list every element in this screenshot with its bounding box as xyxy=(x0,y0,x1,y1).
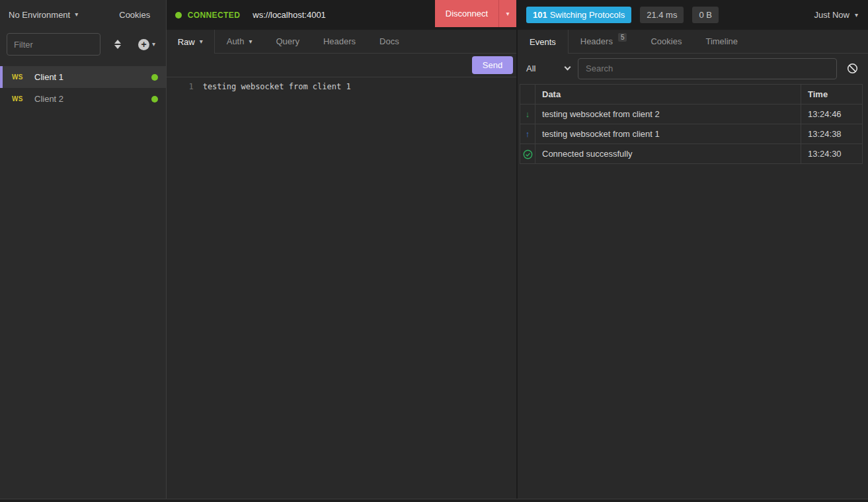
arrow-up-icon: ↑ xyxy=(526,129,530,139)
filter-input[interactable] xyxy=(7,33,100,56)
chevron-down-icon: ▾ xyxy=(200,38,203,45)
event-data: Connected successfully xyxy=(535,144,801,164)
sort-up-icon xyxy=(114,40,121,44)
editor-content[interactable]: testing websocket from client 1 xyxy=(203,81,351,499)
request-list: WS Client 1 WS Client 2 xyxy=(0,66,166,110)
plus-icon: + xyxy=(138,39,149,50)
tab-query[interactable]: Query xyxy=(264,30,311,53)
sort-down-icon xyxy=(114,45,121,49)
send-bar: Send xyxy=(167,54,516,77)
connection-status-dot xyxy=(151,74,158,81)
clear-events-button[interactable] xyxy=(847,63,858,74)
chevron-down-icon[interactable]: ▾ xyxy=(498,0,516,27)
request-tabstrip: Raw ▾ Auth ▾ Query Headers Docs xyxy=(167,30,516,54)
history-dropdown[interactable]: Just Now ▾ xyxy=(814,10,859,20)
time-column-header: Time xyxy=(801,85,863,105)
request-pane: CONNECTED ws://localhost:4001 Disconnect… xyxy=(167,0,518,499)
response-pane: 101Switching Protocols 21.4 ms 0 B Just … xyxy=(518,0,868,499)
send-button[interactable]: Send xyxy=(472,56,513,74)
chevron-down-icon xyxy=(565,64,571,71)
check-circle-icon xyxy=(523,149,533,159)
event-data: testing websocket from client 2 xyxy=(535,105,801,124)
tab-auth[interactable]: Auth ▾ xyxy=(215,30,264,53)
arrow-down-icon: ↓ xyxy=(526,109,530,119)
websocket-url[interactable]: ws://localhost:4001 xyxy=(253,10,326,20)
tab-timeline[interactable]: Timeline xyxy=(693,30,750,53)
tab-response-cookies[interactable]: Cookies xyxy=(639,30,693,53)
size-badge: 0 B xyxy=(692,7,719,23)
window-bottom-edge xyxy=(0,499,868,502)
cookies-button[interactable]: Cookies xyxy=(119,10,150,20)
time-badge: 21.4 ms xyxy=(640,7,684,23)
event-search-input[interactable] xyxy=(578,58,837,79)
sidebar-item-client-2[interactable]: WS Client 2 xyxy=(0,88,166,110)
tab-events[interactable]: Events xyxy=(518,30,569,54)
events-header-row: Data Time xyxy=(520,85,863,105)
data-column-header: Data xyxy=(535,85,801,105)
ws-method-badge: WS xyxy=(12,95,34,103)
sidebar: No Environment ▾ Cookies + ▾ WS Client 1 xyxy=(0,0,167,499)
request-name: Client 1 xyxy=(34,72,151,82)
connection-status-dot xyxy=(151,96,158,103)
request-name: Client 2 xyxy=(34,94,151,104)
status-badge: 101Switching Protocols xyxy=(526,7,631,23)
tab-docs[interactable]: Docs xyxy=(368,30,411,53)
ws-method-badge: WS xyxy=(12,73,34,81)
event-time: 13:24:30 xyxy=(801,144,863,164)
message-editor[interactable]: 1 testing websocket from client 1 xyxy=(167,77,516,499)
sidebar-item-client-1[interactable]: WS Client 1 xyxy=(0,66,166,88)
events-table: Data Time ↓ testing websocket from clien… xyxy=(520,84,863,164)
event-data: testing websocket from client 1 xyxy=(535,124,801,144)
chevron-down-icon: ▾ xyxy=(152,41,155,48)
add-request-button[interactable]: + ▾ xyxy=(138,39,155,50)
tab-response-headers[interactable]: Headers5 xyxy=(569,30,639,53)
event-filter-row: All xyxy=(518,54,868,83)
chevron-down-icon: ▾ xyxy=(855,12,858,19)
event-time: 13:24:46 xyxy=(801,105,863,124)
event-row-received[interactable]: ↓ testing websocket from client 2 13:24:… xyxy=(520,105,863,124)
connected-dot-icon xyxy=(175,12,182,19)
chevron-down-icon: ▾ xyxy=(249,38,252,45)
sort-button[interactable] xyxy=(112,37,124,52)
icon-column-header xyxy=(520,85,535,105)
headers-count-badge: 5 xyxy=(618,33,627,42)
event-row-connected[interactable]: Connected successfully 13:24:30 xyxy=(520,144,863,164)
chevron-down-icon: ▾ xyxy=(75,11,78,18)
event-time: 13:24:38 xyxy=(801,124,863,144)
url-bar: CONNECTED ws://localhost:4001 Disconnect… xyxy=(167,0,516,30)
tab-raw[interactable]: Raw ▾ xyxy=(167,30,215,54)
disconnect-button[interactable]: Disconnect ▾ xyxy=(435,0,516,27)
response-tabstrip: Events Headers5 Cookies Timeline xyxy=(518,30,868,54)
tab-headers[interactable]: Headers xyxy=(311,30,368,53)
environment-selector[interactable]: No Environment ▾ xyxy=(9,10,78,20)
sidebar-filter-row: + ▾ xyxy=(0,29,166,60)
sidebar-header: No Environment ▾ Cookies xyxy=(0,0,166,29)
event-type-select[interactable]: All xyxy=(526,63,570,73)
ban-icon xyxy=(847,63,858,74)
event-row-sent[interactable]: ↑ testing websocket from client 1 13:24:… xyxy=(520,124,863,144)
connection-status: CONNECTED xyxy=(188,11,241,20)
line-number: 1 xyxy=(167,81,194,499)
environment-label: No Environment xyxy=(9,10,70,20)
app-window: No Environment ▾ Cookies + ▾ WS Client 1 xyxy=(0,0,868,499)
response-topbar: 101Switching Protocols 21.4 ms 0 B Just … xyxy=(518,0,868,30)
